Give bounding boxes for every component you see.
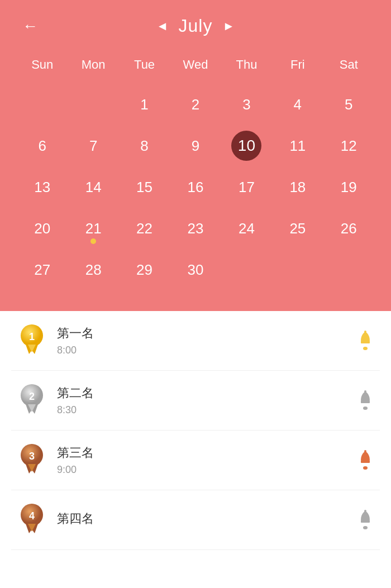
day-cell-12[interactable]: 12 [323, 127, 374, 165]
list-item-4[interactable]: 4 第四名 [11, 490, 380, 550]
svg-rect-4 [361, 341, 370, 343]
calendar-section: ← ◄ July ► Sun Mon Tue Wed Thu Fri Sat 1… [0, 0, 391, 311]
calendar-grid: Sun Mon Tue Wed Thu Fri Sat 1 2 3 4 5 6 … [0, 47, 391, 294]
day-cell-6[interactable]: 6 [17, 127, 68, 165]
day-cell-14[interactable]: 14 [68, 168, 118, 206]
next-month-button[interactable]: ► [222, 19, 235, 34]
svg-rect-20 [364, 450, 366, 452]
day-cell [221, 251, 272, 289]
list-section: 1 第一名 8:00 2 [0, 311, 391, 550]
day-cell-28[interactable]: 28 [68, 251, 118, 289]
day-cell-21[interactable]: 21 [68, 209, 118, 247]
bell-icon-1[interactable] [356, 331, 374, 351]
day-header-thu: Thu [221, 53, 272, 77]
day-cell[interactable] [68, 85, 118, 123]
medal-gold-icon: 1 [17, 323, 47, 358]
svg-text:2: 2 [29, 391, 35, 402]
day-cell-5[interactable]: 5 [323, 85, 374, 123]
bell-icon-2[interactable] [356, 390, 374, 410]
day-cell-18[interactable]: 18 [272, 168, 323, 206]
day-cell-3[interactable]: 3 [221, 85, 272, 123]
item-title-3: 第三名 [57, 444, 351, 461]
medal-4-icon: 4 [17, 503, 47, 537]
day-header-wed: Wed [170, 53, 221, 77]
svg-point-5 [363, 347, 368, 350]
prev-month-button[interactable]: ◄ [156, 19, 169, 34]
medal-bronze-icon: 3 [17, 443, 47, 477]
svg-point-12 [363, 407, 368, 410]
item-title-1: 第一名 [57, 325, 351, 342]
item-time-3: 9:00 [57, 464, 351, 476]
day-cell-30[interactable]: 30 [170, 251, 221, 289]
day-cell-17[interactable]: 17 [221, 168, 272, 206]
item-content-4: 第四名 [57, 510, 351, 530]
day-cell-16[interactable]: 16 [170, 168, 221, 206]
svg-rect-11 [361, 400, 370, 403]
day-cell-15[interactable]: 15 [119, 168, 170, 206]
item-title-4: 第四名 [57, 510, 351, 527]
svg-rect-25 [361, 520, 370, 523]
svg-text:1: 1 [29, 331, 35, 342]
calendar-header: ← ◄ July ► [0, 0, 391, 47]
svg-rect-18 [361, 460, 370, 463]
bell-icon-3[interactable] [356, 450, 374, 470]
item-content-1: 第一名 8:00 [57, 325, 351, 356]
day-header-sat: Sat [323, 53, 374, 77]
list-item-1[interactable]: 1 第一名 8:00 [11, 311, 380, 371]
day-cell-25[interactable]: 25 [272, 209, 323, 247]
svg-rect-6 [364, 331, 366, 333]
svg-rect-27 [364, 510, 366, 512]
day-cell-20[interactable]: 20 [17, 209, 68, 247]
day-headers-row: Sun Mon Tue Wed Thu Fri Sat [17, 53, 374, 77]
day-cell-4[interactable]: 4 [272, 85, 323, 123]
medal-silver-icon: 2 [17, 383, 47, 418]
back-button[interactable]: ← [22, 17, 38, 35]
day-cell-26[interactable]: 26 [323, 209, 374, 247]
svg-rect-13 [364, 390, 366, 393]
day-cell-24[interactable]: 24 [221, 209, 272, 247]
list-item-2[interactable]: 2 第二名 8:30 [11, 371, 380, 431]
day-cell-7[interactable]: 7 [68, 127, 118, 165]
item-title-2: 第二名 [57, 385, 351, 401]
day-cell-23[interactable]: 23 [170, 209, 221, 247]
day-header-sun: Sun [17, 53, 68, 77]
day-header-mon: Mon [68, 53, 118, 77]
day-cell-22[interactable]: 22 [119, 209, 170, 247]
month-nav: ◄ July ► [156, 16, 235, 36]
day-cell-13[interactable]: 13 [17, 168, 68, 206]
day-cell-9[interactable]: 9 [170, 127, 221, 165]
day-cell [272, 251, 323, 289]
svg-text:3: 3 [29, 451, 35, 462]
day-cell-8[interactable]: 8 [119, 127, 170, 165]
day-cell-19[interactable]: 19 [323, 168, 374, 206]
day-cell-29[interactable]: 29 [119, 251, 170, 289]
day-cell-10[interactable]: 10 [221, 127, 272, 165]
bell-icon-4[interactable] [356, 510, 374, 530]
day-cell-11[interactable]: 11 [272, 127, 323, 165]
item-time-1: 8:00 [57, 345, 351, 356]
svg-point-26 [363, 526, 368, 529]
svg-point-19 [363, 466, 368, 470]
item-time-2: 8:30 [57, 404, 351, 416]
day-cell-2[interactable]: 2 [170, 85, 221, 123]
day-cell-1[interactable]: 1 [119, 85, 170, 123]
item-content-3: 第三名 9:00 [57, 444, 351, 476]
svg-text:4: 4 [29, 510, 35, 522]
list-item-3[interactable]: 3 第三名 9:00 [11, 431, 380, 490]
day-cell-27[interactable]: 27 [17, 251, 68, 289]
item-content-2: 第二名 8:30 [57, 385, 351, 416]
day-header-fri: Fri [272, 53, 323, 77]
day-cell[interactable] [17, 85, 68, 123]
day-cell [323, 251, 374, 289]
day-header-tue: Tue [119, 53, 170, 77]
calendar-days: 1 2 3 4 5 6 7 8 9 10 11 12 13 14 15 16 1… [17, 85, 374, 289]
month-title: July [179, 16, 213, 36]
